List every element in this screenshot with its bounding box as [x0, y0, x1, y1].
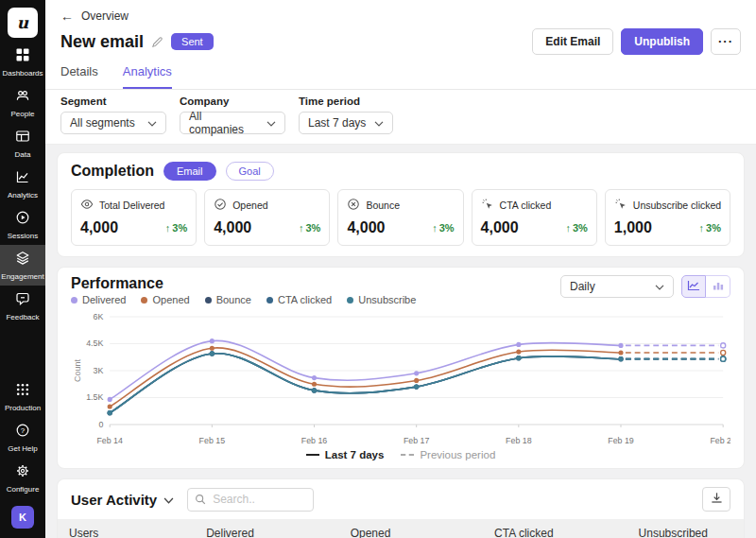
- app-window: u Dashboards People Data Analytics: [0, 0, 756, 538]
- edit-email-button[interactable]: Edit Email: [532, 28, 613, 55]
- legend-item-cta-clicked[interactable]: CTA clicked: [266, 294, 332, 305]
- legend-dot: [347, 297, 353, 304]
- stat-value: 4,000: [214, 219, 251, 236]
- stat-change: ↑3%: [432, 222, 454, 234]
- stat-card-bounce: Bounce 4,000 ↑3%: [337, 189, 463, 246]
- svg-text:Feb 15: Feb 15: [199, 436, 225, 445]
- search-box: [187, 488, 314, 512]
- segment-filter: Segment All segments: [60, 95, 166, 134]
- legend-item-delivered[interactable]: Delivered: [71, 294, 126, 305]
- stat-card-unsubscribe-clicked: Unsubscribe clicked 1,000 ↑3%: [605, 189, 730, 246]
- legend-previous-period[interactable]: Previous period: [401, 449, 495, 460]
- svg-text:Feb 19: Feb 19: [608, 436, 633, 445]
- engagement-icon: [15, 251, 30, 269]
- trend-up-icon: ↑: [699, 222, 705, 234]
- column-opened[interactable]: Opened: [339, 519, 483, 538]
- legend-current-period[interactable]: Last 7 days: [306, 449, 385, 460]
- legend-item-bounce[interactable]: Bounce: [205, 294, 251, 305]
- svg-text:1.5K: 1.5K: [86, 392, 103, 402]
- stat-change: ↑3%: [565, 222, 587, 234]
- chevron-down-icon: [266, 116, 276, 130]
- sidebar-item-get-help[interactable]: ? Get Help: [0, 417, 45, 458]
- segment-filter-label: Segment: [60, 95, 166, 107]
- user-avatar[interactable]: K: [11, 506, 34, 529]
- content-area: Completion Email Goal Total Delivered 4,…: [45, 145, 756, 538]
- sidebar-item-production[interactable]: Production: [0, 376, 45, 417]
- svg-text:Feb 18: Feb 18: [506, 436, 531, 445]
- solid-line-swatch: [306, 454, 319, 457]
- column-delivered[interactable]: Delivered: [195, 519, 338, 538]
- svg-text:Feb 14: Feb 14: [96, 436, 122, 445]
- sidebar-item-feedback[interactable]: Feedback: [0, 286, 45, 326]
- bar-chart-toggle-button[interactable]: [706, 275, 730, 298]
- interval-select[interactable]: Daily: [560, 275, 674, 298]
- svg-text:Feb 20: Feb 20: [710, 436, 730, 445]
- legend-dot: [266, 297, 273, 304]
- line-chart-toggle-button[interactable]: [681, 275, 706, 298]
- legend-item-unsubscribe[interactable]: Unsubscribe: [347, 294, 416, 305]
- sidebar-item-configure[interactable]: Configure: [0, 458, 45, 498]
- svg-text:3K: 3K: [94, 366, 104, 375]
- production-icon: [15, 382, 30, 401]
- stat-change: ↑3%: [699, 222, 721, 234]
- edit-title-pencil-icon[interactable]: [151, 36, 163, 48]
- tab-details[interactable]: Details: [60, 64, 98, 89]
- svg-text:Feb 16: Feb 16: [301, 436, 327, 445]
- column-unsubscribed[interactable]: Unsubscribed: [627, 519, 744, 538]
- performance-chart[interactable]: 01.5K3K4.5K6KFeb 14Feb 15Feb 16Feb 17Feb…: [71, 307, 730, 447]
- page-title: New email: [60, 32, 144, 52]
- time-period-filter-label: Time period: [299, 95, 393, 107]
- sessions-icon: [15, 210, 30, 229]
- sidebar-item-data[interactable]: Data: [0, 123, 45, 164]
- completion-header: Completion Email Goal: [71, 162, 730, 181]
- legend-item-opened[interactable]: Opened: [141, 294, 189, 305]
- time-period-select[interactable]: Last 7 days: [299, 112, 393, 134]
- logo-letter: u: [17, 13, 28, 32]
- cursor-click-icon: [614, 198, 627, 213]
- sidebar-item-analytics[interactable]: Analytics: [0, 164, 45, 204]
- check-circle-icon: [214, 198, 227, 213]
- help-icon: ?: [15, 423, 30, 442]
- stat-label: Unsubscribe clicked: [633, 200, 721, 211]
- x-circle-icon: [347, 198, 360, 213]
- sidebar-item-sessions[interactable]: Sessions: [0, 204, 45, 245]
- stat-card-total-delivered: Total Delivered 4,000 ↑3%: [71, 189, 197, 246]
- performance-section: Performance Delivered Opened Bounce CTA …: [57, 267, 745, 469]
- bar-chart-icon: [712, 278, 725, 295]
- back-link[interactable]: ← Overview: [45, 0, 144, 25]
- download-icon: [710, 491, 724, 508]
- stat-value: 4,000: [80, 219, 118, 236]
- user-activity-title-dropdown[interactable]: User Activity: [71, 491, 174, 508]
- trend-up-icon: ↑: [299, 222, 304, 234]
- tab-analytics[interactable]: Analytics: [123, 64, 172, 89]
- column-users[interactable]: Users: [58, 519, 195, 538]
- company-filter-label: Company: [180, 95, 285, 107]
- company-select[interactable]: All companies: [180, 112, 285, 134]
- segment-select[interactable]: All segments: [60, 112, 166, 134]
- performance-title: Performance: [71, 275, 416, 292]
- sidebar-item-people[interactable]: People: [0, 82, 45, 123]
- more-actions-button[interactable]: ···: [711, 28, 741, 55]
- time-period-filter: Time period Last 7 days: [299, 95, 393, 134]
- chevron-down-icon: [374, 116, 384, 130]
- chevron-down-icon: [163, 491, 174, 508]
- download-button[interactable]: [702, 487, 730, 512]
- email-toggle-pill[interactable]: Email: [163, 162, 216, 181]
- goal-toggle-pill[interactable]: Goal: [226, 162, 274, 181]
- eye-icon: [80, 198, 94, 213]
- userpilot-logo[interactable]: u: [8, 8, 38, 38]
- filter-bar: Segment All segments Company All compani…: [45, 90, 756, 145]
- stat-change: ↑3%: [165, 222, 187, 234]
- stat-label: Bounce: [366, 200, 400, 211]
- company-filter: Company All companies: [180, 95, 285, 134]
- sidebar-item-dashboards[interactable]: Dashboards: [0, 42, 45, 82]
- sidebar-item-engagement[interactable]: Engagement: [0, 245, 45, 286]
- column-cta-clicked[interactable]: CTA clicked: [483, 519, 627, 538]
- title-row: New email Sent Edit Email Unpublish ···: [45, 25, 756, 57]
- data-icon: [15, 129, 30, 148]
- unpublish-button[interactable]: Unpublish: [621, 28, 703, 55]
- user-activity-table: Users Delivered Opened CTA clicked Unsub…: [58, 519, 744, 538]
- legend-dot: [71, 297, 77, 304]
- title-actions: Edit Email Unpublish ···: [532, 28, 741, 55]
- user-activity-header: User Activity: [58, 479, 744, 519]
